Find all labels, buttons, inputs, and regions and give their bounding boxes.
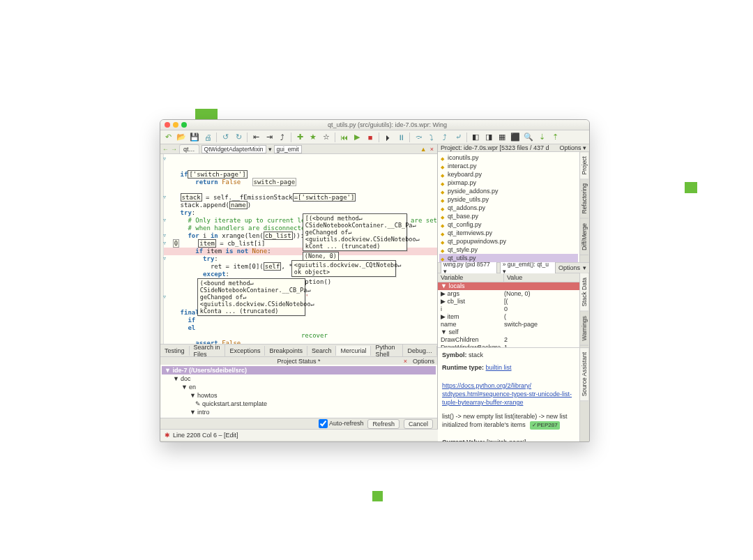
project-file-list[interactable]: iconutils.pyinteract.pykeyboard.pypixmap… (438, 152, 579, 262)
tab-mercurial[interactable]: Mercurial (336, 346, 371, 356)
project-file[interactable]: qt_itemviews.py (439, 229, 578, 237)
cancel-button[interactable]: Cancel (404, 419, 433, 429)
dropdown-icon[interactable]: ▾ (581, 144, 586, 151)
variables-table[interactable]: Variable Value ▼ locals ▶ args(None, 0) … (438, 273, 579, 347)
comment-icon[interactable]: ⤴ (277, 133, 287, 142)
tree-root[interactable]: ▼ ide-7 (/Users/sdeibel/src) (162, 366, 436, 374)
outdent-icon[interactable]: ⇥ (264, 133, 274, 142)
vtab-warnings[interactable]: Warnings (580, 312, 588, 346)
vtab-diffmerge[interactable]: Diff/Merge (580, 219, 588, 255)
variable-row[interactable]: ▶ args(None, 0) (438, 290, 579, 298)
star-outline-icon[interactable]: ☆ (321, 133, 331, 142)
step-out-icon[interactable]: ⤴ (440, 133, 450, 142)
stack-options-button[interactable]: Options (558, 264, 580, 271)
variable-row[interactable]: ▼ locals (438, 282, 579, 290)
project-file[interactable]: pyside_utils.py (439, 195, 578, 204)
debug-popup-item: (<bound method↵CSideNotebookContainer.__… (197, 278, 305, 316)
doc-link[interactable]: https://docs.python.org/2/library/stdtyp… (442, 382, 572, 406)
project-file[interactable]: keyboard.py (439, 170, 578, 179)
search-icon[interactable]: 🔍 (524, 133, 533, 142)
vtab-source-assistant[interactable]: Source Assistant (580, 348, 588, 401)
tree-folder[interactable]: ▼howtos (162, 391, 436, 400)
prev-icon[interactable]: ⏮ (339, 133, 349, 142)
redo-icon[interactable]: ↻ (234, 133, 243, 142)
col-value[interactable]: Value (504, 273, 579, 282)
tab-debug[interactable]: Debug… (403, 346, 437, 356)
editor-tab[interactable]: qt… (179, 144, 199, 153)
tab-testing[interactable]: Testing (160, 346, 190, 356)
minimize-window-button[interactable] (173, 122, 178, 128)
indent-icon[interactable]: ⇤ (251, 133, 261, 142)
run-icon[interactable]: ▶ (352, 133, 362, 142)
close-tab-icon[interactable]: × (429, 146, 435, 153)
vtab-refactoring[interactable]: Refactoring (580, 179, 588, 218)
refresh-button[interactable]: Refresh (367, 419, 400, 429)
project-file[interactable]: pixmap.py (439, 179, 578, 187)
sync-up-icon[interactable]: ⇡ (550, 133, 560, 142)
variable-row[interactable]: ▶ cb_list[( (438, 298, 579, 305)
tab-next-icon[interactable]: → (171, 146, 177, 153)
tab-exceptions[interactable]: Exceptions (225, 346, 265, 356)
project-file[interactable]: interact.py (439, 162, 578, 170)
pause-icon[interactable]: ⏸ (396, 133, 406, 142)
variable-row[interactable]: ▶ item( (438, 313, 579, 321)
open-folder-icon[interactable]: 📂 (176, 133, 186, 142)
add-icon[interactable]: ✚ (295, 133, 305, 142)
warning-icon[interactable]: ▲ (420, 146, 427, 153)
debug-popup-self: <guiutils.dockview._CQtNotebo↵ok object> (291, 260, 396, 277)
project-file[interactable]: qt_style.py (439, 245, 578, 254)
sync-down-icon[interactable]: ⇣ (537, 133, 547, 142)
back-icon[interactable]: ↶ (163, 133, 173, 142)
project-options-button[interactable]: Options (559, 144, 581, 151)
vtab-stackdata[interactable]: Stack Data (580, 273, 588, 312)
star-icon[interactable]: ★ (308, 133, 318, 142)
col-variable[interactable]: Variable (438, 273, 504, 282)
decor-sq-3 (372, 491, 383, 501)
save-icon[interactable]: 💾 (190, 133, 199, 142)
zoom-window-button[interactable] (181, 122, 187, 128)
variable-row[interactable]: DrawChildren2 (438, 336, 579, 344)
tab-prev-icon[interactable]: ← (162, 146, 169, 153)
tree-folder[interactable]: ▼en (162, 383, 436, 391)
step-return-icon[interactable]: ⤶ (453, 133, 463, 142)
tree-folder[interactable]: ▼intro (162, 408, 436, 416)
step-into-icon[interactable]: ⤵ (427, 133, 436, 142)
function-dropdown[interactable]: gui_emit (274, 145, 302, 153)
panel-close-icon[interactable]: × (402, 358, 409, 365)
undo-icon[interactable]: ↺ (220, 133, 230, 142)
variable-row[interactable]: ▼ self (438, 328, 579, 336)
tree-folder[interactable]: ▼doc (162, 374, 436, 383)
assist-content[interactable]: Symbol: stack Runtime type: builtin list… (438, 348, 579, 442)
project-file[interactable]: pyside_addons.py (439, 187, 578, 195)
layout1-icon[interactable]: ◧ (471, 133, 480, 142)
dropdown-icon[interactable]: ▾ (583, 264, 586, 271)
layout2-icon[interactable]: ◨ (484, 133, 494, 142)
continue-icon[interactable]: ⏵ (383, 133, 393, 142)
tree-file[interactable]: ✎ quickstart.arst.template (162, 400, 436, 408)
variable-row[interactable]: nameswitch-page (438, 321, 579, 328)
variable-row[interactable]: i0 (438, 305, 579, 313)
vtab-project[interactable]: Project (580, 152, 588, 179)
code-content[interactable]: if['switch-page'] return False switch-pa… (164, 154, 437, 344)
screen-icon[interactable]: ⬛ (510, 133, 520, 142)
mercurial-tree[interactable]: ▼ ide-7 (/Users/sdeibel/src) ▼doc ▼en ▼h… (160, 365, 437, 418)
close-window-button[interactable] (165, 122, 170, 128)
project-file[interactable]: qt_base.py (439, 212, 578, 220)
bug-icon[interactable]: ✱ (165, 432, 170, 439)
class-dropdown[interactable]: QtWidgetAdapterMixin (201, 145, 266, 153)
stop-icon[interactable]: ■ (365, 133, 375, 142)
project-file[interactable]: qt_config.py (439, 220, 578, 229)
project-file[interactable]: qt_popupwindows.py (439, 237, 578, 245)
tab-search[interactable]: Search (307, 346, 337, 356)
step-over-icon[interactable]: ⤼ (413, 133, 423, 142)
project-file[interactable]: qt_utils.py (439, 254, 578, 262)
project-file[interactable]: qt_addons.py (439, 204, 578, 212)
grid-icon[interactable]: ▦ (497, 133, 507, 142)
tab-breakpoints[interactable]: Breakpoints (265, 346, 307, 356)
project-file[interactable]: iconutils.py (439, 153, 578, 162)
code-editor[interactable]: ▿ ▿ ▿ ▿ ▿ ▿ ▿ if['switch-page'] return F… (160, 154, 437, 344)
panel-options-button[interactable]: Options (413, 358, 434, 365)
rtype-link[interactable]: builtin list (486, 364, 512, 371)
autorefresh-checkbox[interactable]: Auto-refresh (319, 419, 364, 428)
print-icon[interactable]: 🖨 (203, 133, 213, 142)
